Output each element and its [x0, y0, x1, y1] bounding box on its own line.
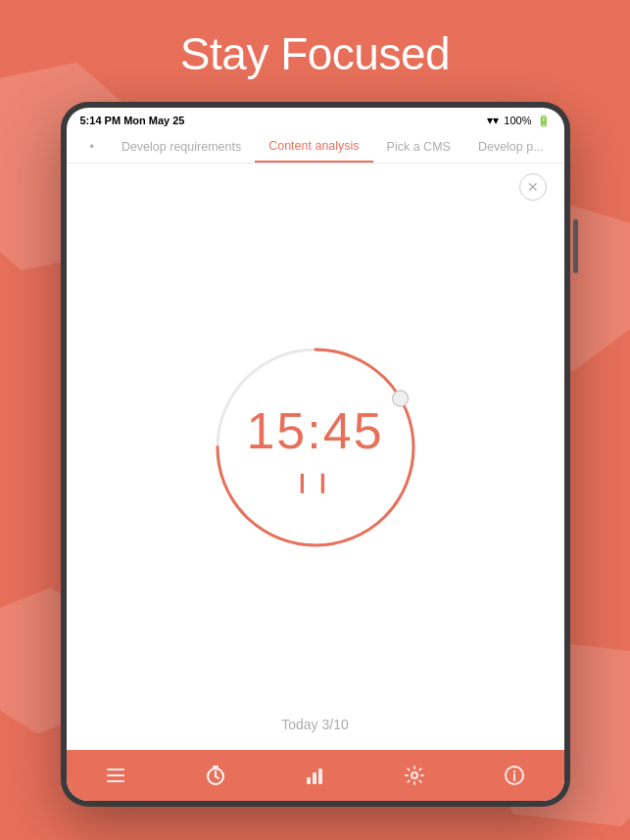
page-title: Stay Focused — [180, 27, 450, 80]
svg-rect-2 — [107, 780, 124, 782]
status-time: 5:14 PM — [80, 115, 121, 126]
timer-display: 15:45 — [246, 401, 383, 460]
list-icon — [105, 765, 126, 786]
settings-icon — [404, 765, 425, 786]
today-label: Today 3/10 — [281, 717, 349, 732]
svg-point-10 — [412, 772, 417, 778]
device-frame: 5:14 PM Mon May 25 ▾▾ 100% 🔋 • Develop r… — [61, 102, 570, 807]
nav-chart-button[interactable] — [293, 754, 336, 797]
nav-list-button[interactable] — [94, 754, 137, 797]
svg-point-13 — [512, 770, 514, 772]
tab-content-analysis[interactable]: Content analysis — [255, 131, 372, 163]
wifi-icon: ▾▾ — [487, 114, 499, 127]
svg-rect-9 — [318, 769, 322, 784]
power-button — [573, 219, 578, 273]
info-icon — [504, 765, 525, 786]
battery-icon: 🔋 — [537, 115, 551, 127]
status-date: Mon May 25 — [123, 115, 184, 126]
status-time-date: 5:14 PM Mon May 25 — [80, 115, 185, 126]
timer-handle[interactable] — [389, 388, 411, 409]
svg-rect-0 — [107, 769, 124, 770]
timer-center: 15:45 ❙❙ — [246, 401, 383, 493]
nav-info-button[interactable] — [493, 754, 536, 797]
pause-icon[interactable]: ❙❙ — [294, 470, 335, 493]
timer-area: ✕ 15:45 ❙❙ Today 3/10 — [67, 163, 564, 750]
nav-settings-button[interactable] — [393, 754, 436, 797]
bottom-nav — [67, 750, 564, 801]
tab-dot[interactable]: • — [76, 132, 108, 162]
device-screen: 5:14 PM Mon May 25 ▾▾ 100% 🔋 • Develop r… — [67, 108, 564, 801]
timer-circle-wrapper: 15:45 ❙❙ — [208, 340, 423, 555]
tab-pick-cms[interactable]: Pick a CMS — [373, 132, 464, 162]
status-bar: 5:14 PM Mon May 25 ▾▾ 100% 🔋 — [67, 108, 564, 131]
chart-icon — [304, 765, 325, 786]
battery-label: 100% — [504, 115, 531, 126]
svg-line-5 — [216, 776, 218, 778]
tab-develop-p[interactable]: Develop p... — [464, 132, 557, 162]
svg-rect-8 — [313, 772, 316, 784]
tabs-bar: • Develop requirements Content analysis … — [67, 131, 564, 163]
tab-develop-requirements[interactable]: Develop requirements — [108, 132, 255, 162]
svg-rect-1 — [107, 774, 124, 776]
svg-rect-7 — [307, 777, 311, 784]
status-right: ▾▾ 100% 🔋 — [487, 114, 550, 127]
nav-timer-button[interactable] — [194, 754, 237, 797]
clock-icon — [205, 765, 226, 786]
close-button[interactable]: ✕ — [519, 173, 547, 201]
